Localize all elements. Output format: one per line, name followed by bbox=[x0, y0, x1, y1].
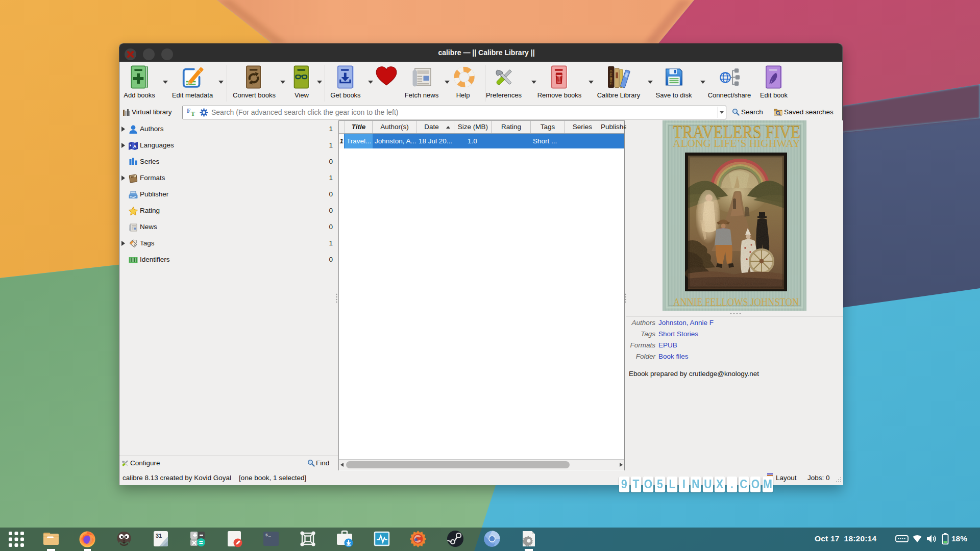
svg-text:F: F bbox=[187, 108, 190, 114]
svg-text:ANNIE FELLOWS JOHNSTON: ANNIE FELLOWS JOHNSTON bbox=[673, 296, 799, 308]
svg-text:$_: $_ bbox=[265, 533, 271, 537]
svg-text:ALONG LIFE’S HIGHWAY: ALONG LIFE’S HIGHWAY bbox=[673, 138, 800, 149]
svg-text:A: A bbox=[133, 144, 137, 149]
svg-text:31: 31 bbox=[156, 533, 162, 539]
svg-text:T: T bbox=[191, 110, 195, 117]
svg-text:CALIBRE: CALIBRE bbox=[609, 70, 612, 85]
